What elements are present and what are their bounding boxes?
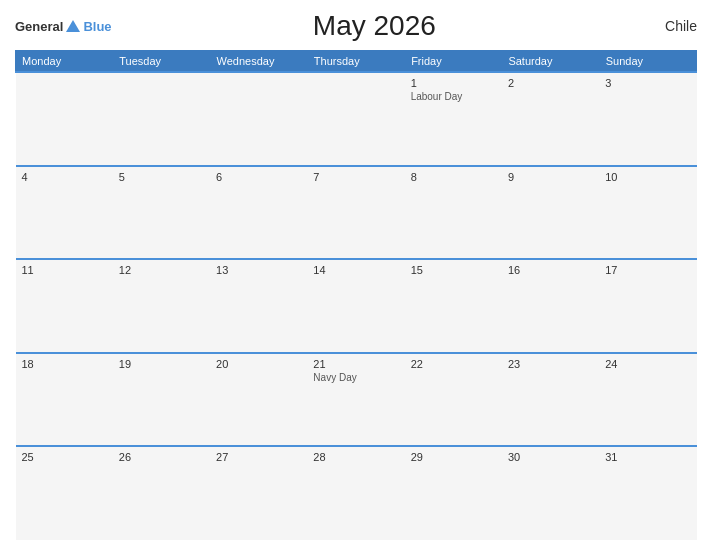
calendar-cell: 27 — [210, 446, 307, 540]
calendar-page: General Blue May 2026 Chile MondayTuesda… — [0, 0, 712, 550]
calendar-cell: 7 — [307, 166, 404, 260]
day-number: 31 — [605, 451, 690, 463]
day-header-friday: Friday — [405, 51, 502, 73]
calendar-cell: 2 — [502, 72, 599, 166]
calendar-cell: 22 — [405, 353, 502, 447]
day-number: 27 — [216, 451, 301, 463]
day-header-sunday: Sunday — [599, 51, 696, 73]
calendar-cell: 20 — [210, 353, 307, 447]
day-number: 13 — [216, 264, 301, 276]
calendar-cell: 30 — [502, 446, 599, 540]
calendar-cell: 5 — [113, 166, 210, 260]
header: General Blue May 2026 Chile — [15, 10, 697, 42]
day-number: 11 — [22, 264, 107, 276]
day-number: 20 — [216, 358, 301, 370]
day-number: 6 — [216, 171, 301, 183]
calendar-cell: 24 — [599, 353, 696, 447]
day-number: 14 — [313, 264, 398, 276]
day-number: 9 — [508, 171, 593, 183]
day-number: 22 — [411, 358, 496, 370]
logo-blue: Blue — [83, 19, 111, 34]
calendar-cell: 1Labour Day — [405, 72, 502, 166]
logo-general: General — [15, 19, 63, 34]
calendar-cell: 23 — [502, 353, 599, 447]
calendar-cell: 6 — [210, 166, 307, 260]
day-number: 2 — [508, 77, 593, 89]
day-header-saturday: Saturday — [502, 51, 599, 73]
calendar-cell: 25 — [16, 446, 113, 540]
day-header-wednesday: Wednesday — [210, 51, 307, 73]
week-row-1: 1Labour Day23 — [16, 72, 697, 166]
day-number: 29 — [411, 451, 496, 463]
calendar-cell: 8 — [405, 166, 502, 260]
day-number: 24 — [605, 358, 690, 370]
calendar-cell — [16, 72, 113, 166]
day-number: 10 — [605, 171, 690, 183]
calendar-cell: 28 — [307, 446, 404, 540]
holiday-name: Labour Day — [411, 91, 496, 102]
calendar-cell: 26 — [113, 446, 210, 540]
calendar-cell: 15 — [405, 259, 502, 353]
day-number: 16 — [508, 264, 593, 276]
calendar-cell: 21Navy Day — [307, 353, 404, 447]
day-header-tuesday: Tuesday — [113, 51, 210, 73]
logo: General Blue — [15, 18, 112, 34]
day-number: 23 — [508, 358, 593, 370]
day-number: 4 — [22, 171, 107, 183]
calendar-cell: 3 — [599, 72, 696, 166]
header-row: MondayTuesdayWednesdayThursdayFridaySatu… — [16, 51, 697, 73]
logo-triangle-icon — [65, 18, 81, 34]
day-header-monday: Monday — [16, 51, 113, 73]
calendar-cell: 10 — [599, 166, 696, 260]
calendar-cell: 12 — [113, 259, 210, 353]
calendar-cell: 17 — [599, 259, 696, 353]
calendar-cell: 14 — [307, 259, 404, 353]
week-row-2: 45678910 — [16, 166, 697, 260]
calendar-cell: 11 — [16, 259, 113, 353]
week-row-3: 11121314151617 — [16, 259, 697, 353]
calendar-cell: 9 — [502, 166, 599, 260]
day-number: 8 — [411, 171, 496, 183]
calendar-cell: 19 — [113, 353, 210, 447]
day-number: 25 — [22, 451, 107, 463]
calendar-cell: 29 — [405, 446, 502, 540]
holiday-name: Navy Day — [313, 372, 398, 383]
calendar-cell — [210, 72, 307, 166]
day-number: 15 — [411, 264, 496, 276]
calendar-cell — [113, 72, 210, 166]
calendar-cell: 31 — [599, 446, 696, 540]
calendar-cell: 16 — [502, 259, 599, 353]
calendar-cell: 18 — [16, 353, 113, 447]
day-number: 21 — [313, 358, 398, 370]
day-header-thursday: Thursday — [307, 51, 404, 73]
day-number: 1 — [411, 77, 496, 89]
calendar-cell: 4 — [16, 166, 113, 260]
day-number: 28 — [313, 451, 398, 463]
day-number: 18 — [22, 358, 107, 370]
day-number: 30 — [508, 451, 593, 463]
day-number: 26 — [119, 451, 204, 463]
day-number: 3 — [605, 77, 690, 89]
calendar-title: May 2026 — [112, 10, 637, 42]
country-label: Chile — [637, 18, 697, 34]
calendar-cell: 13 — [210, 259, 307, 353]
day-number: 5 — [119, 171, 204, 183]
day-number: 12 — [119, 264, 204, 276]
day-number: 19 — [119, 358, 204, 370]
week-row-4: 18192021Navy Day222324 — [16, 353, 697, 447]
calendar-body: 1Labour Day23456789101112131415161718192… — [16, 72, 697, 540]
calendar-cell — [307, 72, 404, 166]
day-number: 7 — [313, 171, 398, 183]
svg-marker-0 — [66, 20, 80, 32]
week-row-5: 25262728293031 — [16, 446, 697, 540]
calendar-table: MondayTuesdayWednesdayThursdayFridaySatu… — [15, 50, 697, 540]
day-number: 17 — [605, 264, 690, 276]
